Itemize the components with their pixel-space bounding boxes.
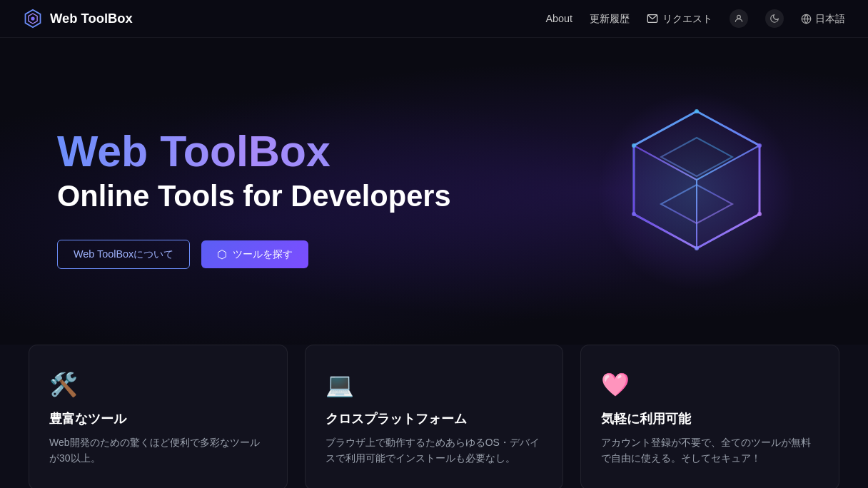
- logo-link[interactable]: Web ToolBox: [23, 9, 133, 29]
- hero-section: Web ToolBox Online Tools for Developers …: [0, 38, 868, 345]
- find-tools-button[interactable]: ⬡ ツールを探す: [201, 240, 308, 268]
- language-label: 日本語: [815, 12, 845, 26]
- card-cross-title: クロスプラットフォーム: [326, 410, 543, 427]
- card-tools: 🛠️ 豊富なツール Web開発のための驚くほど便利で多彩なツールが30以上。: [29, 345, 288, 488]
- card-easy-use: 🩷 気軽に利用可能 アカウント登録が不要で、全てのツールが無料で自由に使える。そ…: [580, 345, 839, 488]
- moon-icon: [769, 14, 779, 24]
- card-tools-title: 豊富なツール: [49, 410, 267, 427]
- card-easy-title: 気軽に利用可能: [601, 410, 819, 427]
- hero-logo-wrap: [582, 77, 811, 305]
- hero-text: Web ToolBox Online Tools for Developers …: [57, 128, 451, 269]
- hero-buttons: Web ToolBoxについて ⬡ ツールを探す: [57, 240, 451, 269]
- navbar: Web ToolBox About 更新履歴 リクエスト 日本語: [0, 0, 868, 38]
- logo-icon: [23, 9, 43, 29]
- svg-point-2: [31, 16, 34, 20]
- about-button[interactable]: Web ToolBoxについて: [57, 240, 190, 269]
- nav-about[interactable]: About: [545, 13, 572, 24]
- cube-icon: ⬡: [217, 248, 227, 261]
- logo-glow: [597, 91, 797, 291]
- language-selector[interactable]: 日本語: [801, 12, 845, 26]
- nav-right: About 更新履歴 リクエスト 日本語: [545, 9, 845, 28]
- avatar-icon[interactable]: [730, 9, 748, 28]
- cards-section: 🛠️ 豊富なツール Web開発のための驚くほど便利で多彩なツールが30以上。 💻…: [0, 345, 868, 488]
- theme-toggle-button[interactable]: [765, 9, 784, 28]
- hero-title-white: Online Tools for Developers: [57, 178, 451, 214]
- logo-text: Web ToolBox: [50, 11, 133, 26]
- nav-changelog[interactable]: 更新履歴: [590, 12, 630, 26]
- find-tools-label: ツールを探す: [233, 248, 293, 261]
- globe-icon: [801, 14, 812, 24]
- svg-point-4: [737, 15, 741, 19]
- card-cross-platform: 💻 クロスプラットフォーム ブラウザ上で動作するためあらゆるOS・デバイスで利用…: [305, 345, 564, 488]
- heart-icon: 🩷: [601, 371, 819, 398]
- card-easy-desc: アカウント登録が不要で、全てのツールが無料で自由に使える。そしてセキュア！: [601, 434, 819, 467]
- hero-title-colored: Web ToolBox: [57, 128, 451, 176]
- laptop-icon: 💻: [326, 371, 543, 398]
- tools-icon: 🛠️: [49, 371, 267, 398]
- card-cross-desc: ブラウザ上で動作するためあらゆるOS・デバイスで利用可能でインストールも必要なし…: [326, 434, 543, 467]
- nav-request-label: リクエスト: [662, 12, 712, 26]
- card-tools-desc: Web開発のための驚くほど便利で多彩なツールが30以上。: [49, 434, 267, 467]
- user-icon: [734, 14, 744, 24]
- nav-request-button[interactable]: リクエスト: [647, 12, 712, 26]
- mail-icon: [647, 13, 658, 24]
